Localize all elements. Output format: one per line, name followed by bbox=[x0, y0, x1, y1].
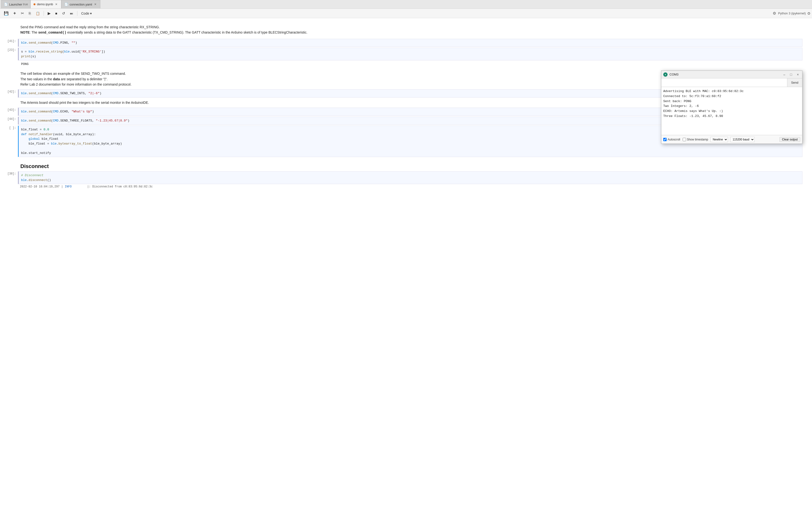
autoscroll-checkbox[interactable] bbox=[663, 138, 667, 141]
show-timestamp-checkbox[interactable] bbox=[683, 138, 686, 141]
serial-icon-symbol: ● bbox=[665, 73, 666, 76]
newline-select[interactable]: Newline bbox=[710, 137, 728, 142]
demo-tab-close[interactable]: ✕ bbox=[54, 2, 58, 6]
cell-23[interactable]: [23]: s = ble.receive_string(ble.uuid['R… bbox=[5, 48, 803, 60]
show-timestamp-label[interactable]: Show timestamp bbox=[683, 138, 708, 141]
serial-output-line-5: ECHO: Artemis says What's Up. :) bbox=[663, 109, 800, 114]
tab-demo[interactable]: demo.ipynb ✕ bbox=[30, 0, 61, 8]
cell-23-output-text: PONG bbox=[18, 61, 803, 67]
cell-38-code[interactable]: # Disconnect ble.disconnect() bbox=[18, 171, 803, 184]
restart-run-button[interactable]: ⏭ bbox=[68, 10, 75, 16]
kernel-circle bbox=[808, 12, 810, 15]
cell-41-label: [41]: bbox=[5, 39, 18, 43]
heading-disconnect-text: Disconnect bbox=[18, 161, 803, 170]
log-message: Disconnected from c0:83:95:6d:82:3c bbox=[92, 185, 152, 188]
show-timestamp-text: Show timestamp bbox=[687, 138, 708, 141]
serial-output-line-4: Two Integers: 2, -6 bbox=[663, 104, 800, 109]
clear-output-button[interactable]: Clear output bbox=[779, 137, 800, 142]
launcher-tab-icon: 📄 bbox=[4, 3, 8, 6]
notebook-area: Send the PING command and read the reply… bbox=[0, 18, 812, 517]
serial-titlebar: ● COM3 – □ × bbox=[661, 71, 802, 78]
cut-button[interactable]: ✂ bbox=[19, 10, 26, 17]
toolbar-sep-1 bbox=[44, 11, 44, 16]
serial-minimize-button[interactable]: – bbox=[782, 72, 787, 77]
cell-type-chevron: ▾ bbox=[90, 11, 92, 15]
demo-tab-modified-dot bbox=[33, 3, 35, 5]
cell-type-dropdown[interactable]: Code ▾ bbox=[79, 10, 94, 16]
cell-23-code[interactable]: s = ble.receive_string(ble.uuid['RX_STRI… bbox=[18, 48, 803, 60]
cell-38[interactable]: [38]: # Disconnect ble.disconnect() bbox=[5, 171, 803, 184]
cell-42-desc-label bbox=[5, 99, 18, 99]
cell-42-label: [42]: bbox=[5, 89, 18, 93]
tab-launcher[interactable]: 📄 Launcher true bbox=[1, 0, 30, 8]
cell-43-label: [43]: bbox=[5, 108, 18, 112]
toolbar-right: ⚙ Python 3 (ipykernel) bbox=[773, 11, 810, 16]
tab-bar: 📄 Launcher true demo.ipynb ✕ 📄 connectio… bbox=[0, 0, 812, 9]
autoscroll-text: Autoscroll bbox=[668, 138, 680, 141]
kernel-label: Python 3 (ipykernel) bbox=[778, 11, 806, 15]
cell-41-code[interactable]: ble.send_command(CMD.PING, "") bbox=[18, 39, 803, 47]
cell-23-label: [23]: bbox=[5, 48, 18, 52]
stop-button[interactable]: ■ bbox=[53, 10, 59, 16]
copy-button[interactable]: ⎘ bbox=[27, 10, 33, 16]
serial-input-bar: Send bbox=[661, 78, 802, 87]
log-line: 2022-02-10 16:04:19,297 | INFO |: Discon… bbox=[5, 185, 803, 189]
restart-button[interactable]: ↺ bbox=[60, 10, 67, 17]
desc1-line1: Send the PING command and read the reply… bbox=[20, 25, 160, 29]
toolbar: 💾 + ✂ ⎘ 📋 ▶ ■ ↺ ⏭ Code ▾ ⚙ Python 3 (ipy… bbox=[0, 9, 812, 18]
connection-tab-close[interactable]: ✕ bbox=[93, 2, 97, 6]
serial-title-text: COM3 bbox=[669, 73, 780, 76]
run-button[interactable]: ▶ bbox=[46, 10, 53, 17]
cell-23-output: PONG bbox=[5, 61, 803, 67]
launcher-tab-close[interactable]: true bbox=[24, 2, 27, 6]
serial-monitor-window: ● COM3 – □ × Send Advertising BLE with M… bbox=[661, 71, 803, 144]
cell-desc1-label bbox=[5, 23, 18, 24]
baud-select[interactable]: 115200 baud bbox=[730, 137, 755, 142]
cell-desc1-text: Send the PING command and read the reply… bbox=[18, 23, 803, 37]
cell-heading-disconnect: Disconnect bbox=[5, 161, 803, 170]
add-cell-button[interactable]: + bbox=[11, 10, 18, 17]
cell-heading-label bbox=[5, 161, 18, 162]
demo-tab-label: demo.ipynb bbox=[37, 2, 53, 6]
log-separator2: |: bbox=[73, 185, 92, 188]
cell-23-output-label bbox=[5, 61, 18, 62]
cell-desc1: Send the PING command and read the reply… bbox=[5, 23, 803, 37]
serial-output-line-2: Connected to: 5c:f3:70:a1:60:f2 bbox=[663, 94, 800, 99]
autoscroll-label[interactable]: Autoscroll bbox=[663, 138, 680, 141]
serial-output-line-3: Sent back: PONG bbox=[663, 99, 800, 104]
connection-tab-icon: 📄 bbox=[64, 3, 68, 6]
launcher-tab-label: Launcher bbox=[9, 3, 22, 6]
cell-empty-label: [ ]: bbox=[5, 126, 18, 130]
serial-output-area: Advertising BLE with MAC: c0:83:95:6d:82… bbox=[661, 87, 802, 135]
log-timestamp: 2022-02-10 16:04:19,297 bbox=[20, 185, 60, 188]
log-level: INFO bbox=[65, 185, 71, 188]
serial-output-line-1: Advertising BLE with MAC: c0:83:95:6d:82… bbox=[663, 89, 800, 94]
notebook-content: Send the PING command and read the reply… bbox=[0, 18, 812, 517]
serial-output-line-6: Three Floats: -1.23, 45.67, 8.90 bbox=[663, 114, 800, 119]
tab-connection[interactable]: 📄 connection.yaml ✕ bbox=[61, 0, 100, 8]
cell-desc2-label bbox=[5, 70, 18, 70]
pong-text: PONG bbox=[21, 62, 31, 66]
cell-type-label: Code bbox=[81, 11, 89, 15]
desc1-note: NOTE: The send_command() essentially sen… bbox=[20, 30, 307, 34]
cell-44-label: [44]: bbox=[5, 117, 18, 121]
paste-button[interactable]: 📋 bbox=[34, 10, 42, 16]
serial-restore-button[interactable]: □ bbox=[788, 72, 793, 77]
serial-send-button[interactable]: Send bbox=[787, 78, 802, 87]
cell-41[interactable]: [41]: ble.send_command(CMD.PING, "") bbox=[5, 39, 803, 47]
serial-title-icon: ● bbox=[663, 72, 668, 77]
connection-tab-label: connection.yaml bbox=[69, 3, 92, 6]
serial-close-button[interactable]: × bbox=[795, 72, 800, 77]
kernel-status-icon: ⚙ bbox=[773, 11, 776, 16]
serial-input-field[interactable] bbox=[661, 78, 787, 87]
save-button[interactable]: 💾 bbox=[2, 10, 10, 17]
cell-38-label: [38]: bbox=[5, 171, 18, 175]
log-separator: | bbox=[61, 185, 65, 188]
serial-footer: Autoscroll Show timestamp Newline 115200… bbox=[661, 135, 802, 143]
